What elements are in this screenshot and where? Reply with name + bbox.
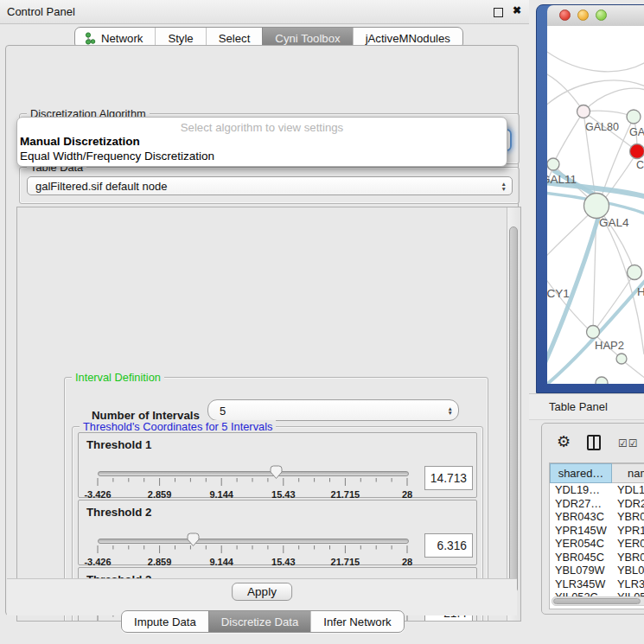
table-rows: YDL19…YDL19YDR27…YDR27YBR043CYBR043CYPR1… [550,483,644,604]
table-data-combo[interactable]: galFiltered.sif default node ▲▼ [27,176,513,195]
columns-icon[interactable] [587,435,601,450]
name-cell: YBL079W [617,564,644,577]
network-node-label: C [636,159,644,171]
name-cell: YBR045C [617,551,644,564]
network-node-hap2[interactable] [587,326,600,339]
threshold-panel-1: Threshold 1-3.4262.8599.14415.4321.71528… [78,432,477,498]
network-edge [596,207,644,354]
network-icon [85,32,96,45]
close-traffic-light-icon[interactable] [559,10,571,21]
threshold-slider-thumb[interactable] [187,532,200,547]
table-row[interactable]: YLR345WYLR345W [550,577,644,591]
network-node-gal11[interactable] [547,158,559,170]
column-header-name[interactable]: name [612,463,644,483]
svg-text:9.144: 9.144 [209,557,233,567]
shared-name-cell: YDR27… [555,497,610,511]
interval-definition-title: Interval Definition [72,371,164,384]
close-icon[interactable]: ✖ [513,4,521,16]
shared-name-cell: YDL19… [555,483,610,497]
network-edge [554,112,583,163]
network-node-gal80[interactable] [577,105,590,118]
num-intervals-combo[interactable]: 5 ▲▼ [207,399,459,421]
right-region: GAL80GALCGAL11GAL4GCY1HHAP2 Table Panel … [529,0,644,644]
control-panel: Control Panel ✖ NetworkStyleSelectCyni T… [0,0,529,644]
svg-text:21.715: 21.715 [331,489,360,500]
network-node-h[interactable] [628,265,642,280]
tab-infer-network[interactable]: Infer Network [310,611,403,632]
tab-impute-data[interactable]: Impute Data [122,611,208,632]
table-row[interactable]: YDR27…YDR27 [550,497,644,511]
table-panel-header: Table Panel [529,393,644,420]
apply-button[interactable]: Apply [232,583,292,601]
network-edge [547,52,644,72]
network-canvas[interactable]: GAL80GALCGAL11GAL4GCY1HHAP2 [547,26,644,384]
combo-stepper-icon: ▲▼ [448,405,453,415]
column-header-shared-name[interactable]: shared… [550,463,612,483]
table-row[interactable]: YBR043CYBR043C [550,510,644,524]
gear-icon[interactable]: ⚙ [557,432,571,451]
network-window: GAL80GALCGAL11GAL4GCY1HHAP2 [536,4,644,393]
algorithm-popup-item-equal-width[interactable]: Equal Width/Frequency Discretization [20,150,214,163]
shared-name-cell: YPR145W [555,524,610,538]
network-window-titlebar [547,5,644,27]
combo-stepper-icon: ▲▼ [501,182,507,191]
network-node-label: GAL11 [547,173,577,186]
threshold-panel-2: Threshold 2-3.4262.8599.14415.4321.71528… [78,500,477,565]
shared-name-cell: YER054C [555,537,610,551]
svg-text:2.859: 2.859 [148,557,172,567]
name-cell: YBR043C [617,510,644,524]
svg-text:9.144: 9.144 [209,489,233,500]
settings-scrollbar[interactable] [507,207,520,621]
shared-name-cell: YBL079W [555,564,610,577]
svg-text:15.43: 15.43 [271,489,296,500]
algorithm-popup-prompt: Select algorithm to view settings [17,121,507,134]
threshold-value-field[interactable]: 14.713 [424,466,473,490]
threshold-value-field[interactable]: 6.316 [424,533,473,558]
threshold-slider-ruler: -3.4262.8599.14415.4321.71528 [98,545,407,568]
table-row[interactable]: YBR045CYBR045C [550,551,644,564]
network-node-c[interactable] [630,144,644,159]
threshold-slider-thumb[interactable] [270,465,283,480]
network-node-gal4[interactable] [584,194,609,219]
name-cell: YDL19 [617,483,644,497]
name-cell: YPR145W [617,524,644,538]
num-intervals-value: 5 [220,404,226,417]
threshold-slider-track[interactable] [98,539,409,544]
network-node-gal[interactable] [627,110,641,124]
svg-text:15.43: 15.43 [271,557,296,567]
svg-text:-3.426: -3.426 [84,489,111,500]
node-table[interactable]: shared… name YDL19…YDL19YDR27…YDR27YBR04… [549,462,644,609]
shared-name-cell: YLR345W [555,577,610,591]
settings-scroll-area: Interval Definition Number of Intervals … [16,207,521,622]
table-row[interactable]: YPR145WYPR145W [550,524,644,538]
network-node-label: GCY1 [547,287,570,300]
shared-name-cell: YBR045C [555,551,610,564]
select-columns-checkbox-icon[interactable]: ☑☑ [618,437,639,450]
threshold-label: Threshold 1 [86,438,151,451]
svg-text:28: 28 [402,557,412,567]
table-data-combo-value: galFiltered.sif default node [35,180,167,193]
table-row[interactable]: YBL079WYBL079W [550,564,644,577]
tab-discretize-data[interactable]: Discretize Data [208,611,310,632]
network-node[interactable] [616,354,627,364]
algorithm-popup: Select algorithm to view settings Manual… [16,117,507,167]
table-row[interactable]: YDL19…YDL19 [550,483,644,497]
page-title: Control Panel [7,5,75,18]
table-horizontal-scrollbar[interactable] [552,596,644,606]
threshold-label: Threshold 2 [86,506,151,519]
table-row[interactable]: YER054CYER054C [550,537,644,551]
table-panel-body: ⚙ ☑☑ shared… name YDL19…YDL19YDR27…YDR27… [541,423,644,615]
minimize-traffic-light-icon[interactable] [577,10,589,21]
cyni-toolbox-panel: Discretization Algorithm Select algorith… [5,45,519,615]
algorithm-popup-item-manual[interactable]: Manual Discretization [20,135,140,148]
name-cell: YER054C [617,537,644,551]
threshold-slider-track[interactable] [98,471,409,476]
network-edge [583,111,634,117]
zoom-traffic-light-icon[interactable] [596,10,607,21]
float-icon[interactable] [494,8,503,17]
shared-name-cell: YBR043C [555,510,610,524]
network-node-label: HAP2 [595,339,624,352]
network-node-label: GAL80 [585,121,619,133]
svg-text:-3.426: -3.426 [84,557,111,567]
network-node[interactable] [596,377,608,384]
